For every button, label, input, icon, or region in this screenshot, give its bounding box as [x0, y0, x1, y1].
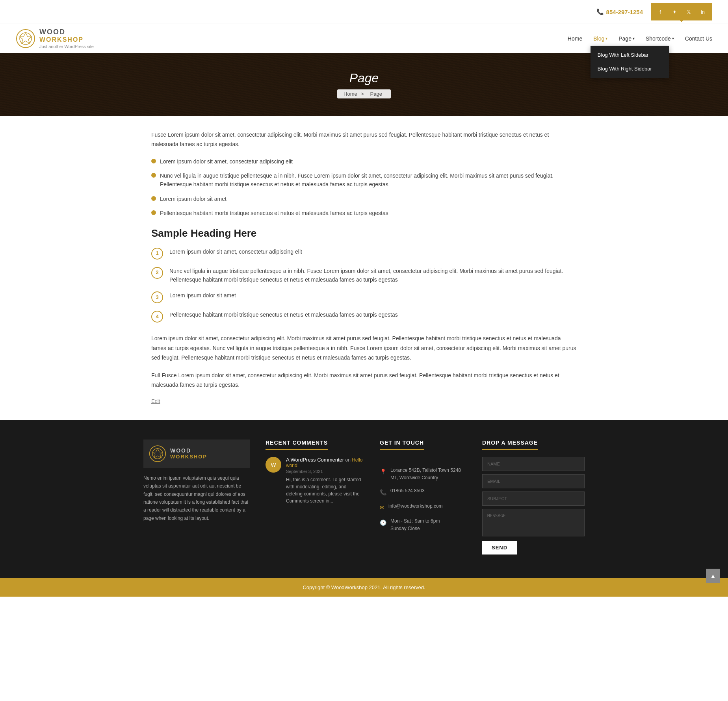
comment-content: A WordPress Commenter on Hello world! Se… [286, 457, 364, 504]
email-item: ✉ info@woodworkshop.com [380, 503, 466, 512]
contact-form: SEND [482, 457, 585, 554]
send-button[interactable]: SEND [482, 541, 517, 554]
logo-icon [16, 29, 35, 48]
paragraph-1: Lorem ipsum dolor sit amet, consectetur … [151, 334, 577, 363]
name-input[interactable] [482, 457, 585, 471]
main-nav: Home Blog ▾ Page ▾ Shortcode ▾ Contact U… [568, 34, 712, 43]
breadcrumb-home[interactable]: Home [344, 91, 357, 97]
main-content: Fusce Lorem ipsum dolor sit amet, consec… [143, 116, 585, 420]
comment-text: Hi, this is a comment. To get started wi… [286, 476, 364, 504]
shortcode-caret-icon: ▾ [672, 36, 674, 41]
number-2: 2 [151, 267, 163, 279]
comment-avatar: W [266, 457, 281, 473]
email-input[interactable] [482, 474, 585, 488]
bullet-icon [151, 196, 156, 201]
linkedin-icon[interactable]: in [696, 6, 709, 18]
dropdown-item-left-sidebar[interactable]: Blog With Left Sidebar [591, 48, 669, 62]
comment-date: September 3, 2021 [286, 469, 364, 474]
numbered-item: 3 Lorem ipsum dolor sit amet [151, 291, 577, 303]
footer-about-text: Nemo enim ipsam voluptatem quia sequi qu… [143, 474, 250, 522]
footer-logo-text: WOOD WORKSHOP [170, 447, 207, 460]
svg-point-4 [152, 449, 163, 459]
numbered-item: 4 Pellentesque habitant morbi tristique … [151, 310, 577, 323]
subject-input[interactable] [482, 491, 585, 506]
social-icons-bar: f ✦ 𝕏 in [651, 3, 712, 20]
bullet-icon [151, 173, 156, 178]
nav-contact[interactable]: Contact Us [685, 34, 712, 43]
bullet-icon [151, 210, 156, 215]
twitter-icon[interactable]: 𝕏 [682, 6, 695, 18]
page-caret-icon: ▾ [633, 36, 635, 41]
hero-title: Page [349, 71, 379, 85]
logo-workshop: WORKSHOP [39, 36, 94, 43]
footer-contact-col: GET IN TOUCH 📍 Lorance 542B, Tailstoi To… [380, 440, 466, 554]
breadcrumb-current: Page [370, 91, 382, 97]
number-1: 1 [151, 248, 163, 260]
logo-wood: WOOD [39, 28, 94, 36]
nav-page[interactable]: Page ▾ [618, 34, 635, 43]
footer-logo-icon [149, 445, 166, 462]
site-header: WOOD WORKSHOP Just another WordPress sit… [0, 24, 728, 53]
top-bar: 📞 854-297-1254 f ✦ 𝕏 in [0, 0, 728, 24]
breadcrumb-separator: > [361, 91, 364, 97]
logo-text-area: WOOD WORKSHOP Just another WordPress sit… [39, 28, 94, 49]
list-item: Lorem ipsum dolor sit amet [151, 195, 577, 203]
nav-shortcode[interactable]: Shortcode ▾ [646, 34, 674, 43]
drop-message-title: DROP A MESSAGE [482, 440, 538, 450]
svg-text:W: W [271, 462, 276, 468]
footer-contact-form-col: DROP A MESSAGE SEND [482, 440, 585, 554]
recent-comments-title: RECENT COMMENTS [266, 440, 328, 450]
footer-bottom: Copyright © WoodWorkshop 2021. All right… [0, 578, 728, 597]
wordpress-avatar-icon: W [267, 459, 279, 471]
svg-point-1 [20, 33, 32, 45]
footer-logo: WOOD WORKSHOP [143, 440, 250, 468]
number-4: 4 [151, 311, 163, 323]
sample-heading: Sample Heading Here [151, 227, 577, 239]
content-intro: Fusce Lorem ipsum dolor sit amet, consec… [151, 130, 577, 149]
logo-tagline: Just another WordPress site [39, 44, 94, 49]
paragraph-2: Full Fusce Lorem ipsum dolor sit amet, c… [151, 371, 577, 390]
list-item: Lorem ipsum dolor sit amet, consectetur … [151, 157, 577, 166]
location-icon: 📍 [380, 467, 386, 476]
dropdown-item-right-sidebar[interactable]: Blog With Right Sidebar [591, 62, 669, 76]
footer-recent-comments-col: RECENT COMMENTS W A WordPress Commenter … [266, 440, 364, 554]
number-3: 3 [151, 291, 163, 303]
blog-caret-icon: ▾ [605, 36, 607, 41]
blog-dropdown: Blog With Left Sidebar Blog With Right S… [591, 46, 669, 78]
email-icon: ✉ [380, 503, 384, 512]
numbered-item: 2 Nunc vel ligula in augue tristique pel… [151, 267, 577, 284]
numbered-list: 1 Lorem ipsum dolor sit amet, consectetu… [151, 247, 577, 323]
site-footer: WOOD WORKSHOP Nemo enim ipsam voluptatem… [0, 420, 728, 578]
bullet-list: Lorem ipsum dolor sit amet, consectetur … [151, 157, 577, 218]
list-item: Nunc vel ligula in augue tristique pelle… [151, 171, 577, 189]
edit-link[interactable]: Edit [151, 398, 160, 404]
nav-blog[interactable]: Blog ▾ [593, 34, 607, 43]
phone-number: 📞 854-297-1254 [596, 8, 643, 15]
numbered-item: 1 Lorem ipsum dolor sit amet, consectetu… [151, 247, 577, 260]
bullet-icon [151, 159, 156, 163]
address-item: 📍 Lorance 542B, Tailstoi Town 5248 MT, W… [380, 467, 466, 482]
instagram-icon[interactable]: ✦ [668, 6, 681, 18]
list-item: Pellentesque habitant morbi tristique se… [151, 209, 577, 217]
breadcrumb: Home > Page [337, 89, 391, 98]
phone-item: 📞 01865 524 8503 [380, 487, 466, 497]
logo[interactable]: WOOD WORKSHOP Just another WordPress sit… [16, 28, 94, 49]
message-input[interactable] [482, 509, 585, 536]
comment-item: W A WordPress Commenter on Hello world! … [266, 457, 364, 504]
scroll-up-button[interactable]: ▲ [706, 569, 720, 583]
phone-icon: 📞 [596, 8, 604, 15]
phone-icon: 📞 [380, 488, 386, 497]
social-icons-wrapper: f ✦ 𝕏 in [651, 3, 712, 20]
comment-meta: A WordPress Commenter on Hello world! [286, 457, 364, 468]
facebook-icon[interactable]: f [654, 6, 667, 18]
comment-author[interactable]: A WordPress Commenter [286, 457, 344, 463]
footer-about-col: WOOD WORKSHOP Nemo enim ipsam voluptatem… [143, 440, 250, 554]
hours-item: 🕐 Mon - Sat : 9am to 6pm Sunday Close [380, 517, 466, 532]
nav-home[interactable]: Home [568, 34, 582, 43]
clock-icon: 🕐 [380, 518, 386, 527]
get-in-touch-title: GET IN TOUCH [380, 440, 424, 450]
footer-grid: WOOD WORKSHOP Nemo enim ipsam voluptatem… [143, 440, 585, 554]
